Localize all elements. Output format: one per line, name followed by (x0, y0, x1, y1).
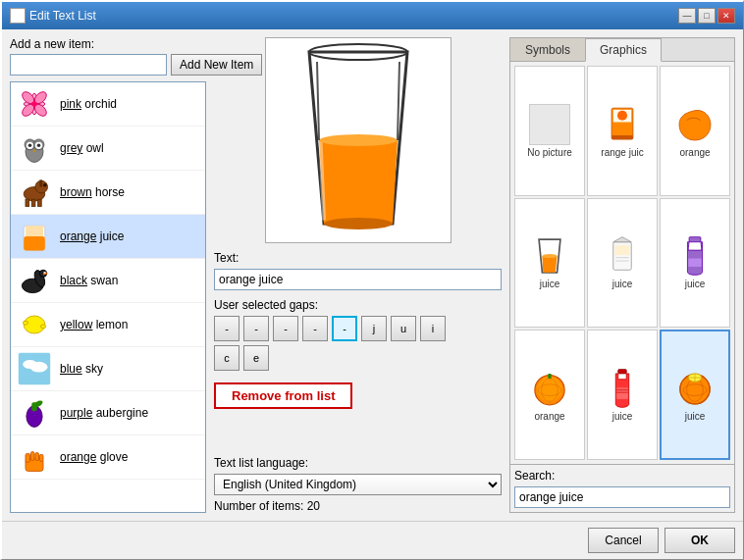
graphic-item-label: orange (679, 147, 710, 158)
gap-button[interactable]: - (214, 316, 239, 341)
language-select[interactable]: English (United Kingdom) English (US) Fr… (214, 474, 502, 495)
svg-point-60 (537, 377, 561, 401)
no-picture-box (529, 104, 570, 145)
graphic-item-juice-carton[interactable]: range juic (587, 66, 658, 196)
gap-button[interactable]: i (420, 316, 446, 341)
add-new-row: Add New Item (10, 54, 206, 76)
list-thumb (15, 437, 54, 477)
gap-button-active[interactable]: - (332, 316, 357, 341)
tab-symbols[interactable]: Symbols (510, 38, 585, 61)
graphic-item-no-picture[interactable]: No picture (514, 66, 585, 196)
svg-rect-19 (38, 199, 42, 206)
language-label: Text list language: (214, 456, 502, 470)
svg-marker-53 (613, 237, 631, 242)
graphic-icon (602, 104, 643, 145)
svg-rect-17 (26, 199, 29, 206)
text-label: Text: (214, 251, 502, 265)
gaps-row-1: - - - - - j u i (214, 316, 502, 341)
graphic-item-label: juice (685, 411, 706, 422)
svg-rect-23 (24, 236, 45, 250)
svg-point-32 (40, 325, 45, 329)
graphic-item-label: orange (534, 411, 564, 422)
svg-rect-40 (26, 453, 30, 462)
search-input[interactable] (514, 486, 730, 508)
svg-rect-63 (548, 374, 551, 379)
graphic-icon (674, 368, 716, 409)
list-item[interactable]: purple aubergine (11, 391, 205, 435)
gap-button[interactable]: u (391, 316, 416, 341)
gaps-section: User selected gaps: - - - - - j u i c e (214, 298, 502, 371)
list-item-text: yellow lemon (60, 318, 128, 331)
graphic-icon (529, 368, 570, 409)
maximize-button[interactable]: □ (698, 8, 716, 24)
graphic-icon (674, 235, 716, 277)
title-bar: ✎ Edit Text List — □ ✕ (2, 2, 743, 29)
gap-button[interactable]: e (243, 345, 269, 371)
list-item[interactable]: black swan (11, 259, 205, 303)
graphic-icon (529, 235, 570, 277)
list-item[interactable]: grey owl (11, 127, 205, 171)
svg-rect-42 (35, 453, 39, 461)
search-section: Search: (510, 464, 734, 512)
left-panel: Add a new item: Add New Item (10, 37, 206, 513)
svg-rect-41 (30, 452, 34, 461)
list-thumb (15, 349, 54, 388)
graphic-item-label: range juic (601, 147, 643, 158)
graphic-item-juice-carton2[interactable]: juice (587, 198, 658, 329)
right-panel: Symbols Graphics No picture (509, 37, 735, 513)
title-bar-left: ✎ Edit Text List (10, 8, 96, 24)
graphic-item-juice-glass[interactable]: juice (514, 198, 585, 329)
ok-button[interactable]: OK (664, 528, 735, 553)
title-bar-buttons: — □ ✕ (678, 8, 735, 24)
list-item[interactable]: blue sky (11, 347, 205, 391)
main-content: Add a new item: Add New Item (2, 29, 743, 521)
list-item-text: pink orchid (60, 97, 117, 111)
list-item[interactable]: pink orchid (11, 82, 205, 127)
gaps-row-2: c e (214, 345, 502, 371)
gap-button[interactable]: j (361, 316, 387, 341)
graphic-item-orange-blob[interactable]: orange (660, 66, 730, 196)
add-new-input[interactable] (10, 54, 167, 76)
list-item-text: black swan (60, 274, 118, 287)
svg-point-45 (324, 218, 393, 229)
items-count: Number of items: 20 (214, 499, 502, 513)
tab-graphics[interactable]: Graphics (585, 38, 662, 62)
svg-point-31 (23, 321, 27, 325)
cancel-button[interactable]: Cancel (588, 528, 659, 553)
graphic-item-orange-fruit[interactable]: orange (514, 330, 585, 460)
svg-rect-64 (618, 370, 626, 374)
list-item-text: orange juice (60, 229, 124, 243)
svg-point-35 (30, 362, 48, 373)
graphic-icon (674, 104, 716, 145)
list-item-text: blue sky (60, 362, 103, 376)
graphic-item-juice-bottle-purple[interactable]: juice (660, 198, 730, 329)
list-thumb (15, 84, 54, 124)
list-item[interactable]: brown horse (11, 171, 205, 215)
gap-button[interactable]: - (273, 316, 298, 341)
list-item[interactable]: orange glove (11, 435, 205, 480)
svg-point-51 (542, 254, 557, 258)
gap-button[interactable]: c (214, 345, 239, 371)
svg-rect-24 (26, 226, 43, 236)
svg-rect-65 (616, 387, 628, 399)
svg-point-20 (43, 183, 47, 187)
list-item[interactable]: yellow lemon (11, 303, 205, 347)
window: ✎ Edit Text List — □ ✕ Add a new item: A… (0, 0, 744, 560)
gap-button[interactable]: - (243, 316, 269, 341)
text-input[interactable] (214, 269, 502, 290)
list-item-text: brown horse (60, 185, 125, 199)
item-list[interactable]: pink orchid (10, 81, 206, 513)
gap-button[interactable]: - (302, 316, 328, 341)
graphic-item-orange-circle[interactable]: juice (660, 330, 730, 460)
close-button[interactable]: ✕ (717, 8, 735, 24)
language-section: Text list language: English (United King… (214, 456, 502, 513)
bottom-bar: Cancel OK (2, 521, 743, 559)
remove-button[interactable]: Remove from list (214, 382, 352, 409)
minimize-button[interactable]: — (678, 8, 696, 24)
list-item[interactable]: orange juice (11, 215, 205, 259)
graphic-item-juice-bottle-red[interactable]: juice (587, 330, 658, 460)
list-thumb (15, 217, 54, 256)
text-section: Text: (214, 251, 502, 290)
preview-image (265, 37, 452, 243)
list-thumb (15, 173, 54, 212)
